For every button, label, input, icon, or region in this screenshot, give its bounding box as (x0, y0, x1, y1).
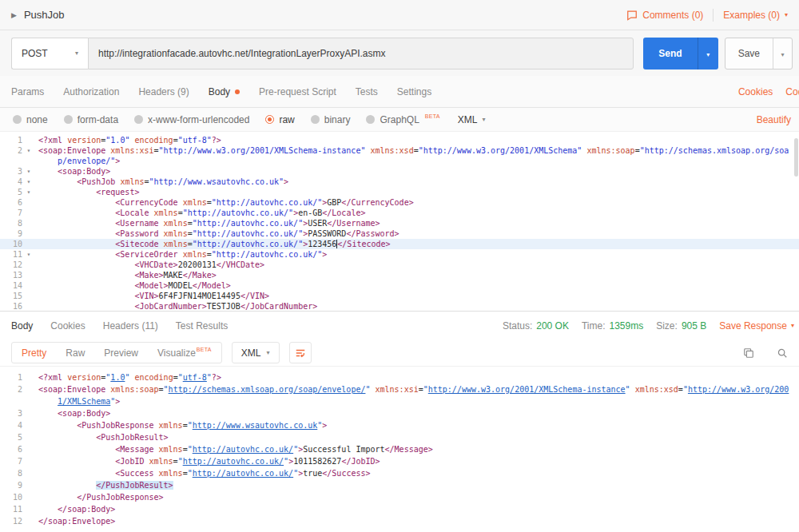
body-type-binary[interactable]: binary (311, 114, 351, 125)
size-badge: Size: 905 B (656, 320, 706, 332)
comments-button[interactable]: Comments (0) (626, 10, 703, 21)
view-tab-preview[interactable]: Preview (94, 343, 148, 363)
code-line-9[interactable]: 9 <Password xmlns="http://autovhc.co.uk/… (0, 228, 799, 239)
send-button[interactable]: Send (643, 38, 697, 69)
body-type-raw[interactable]: raw (265, 114, 294, 125)
code-line-11[interactable]: 11▾ <ServiceOrder xmlns="http://autovhc.… (0, 249, 799, 260)
gutter: 4▾ (0, 177, 35, 187)
radio-label: binary (324, 114, 351, 125)
code-line-11[interactable]: 11 </soap:Body> (0, 503, 799, 515)
scrollbar-thumb[interactable] (794, 138, 798, 177)
fold-toggle-icon[interactable]: ▾ (22, 145, 35, 166)
save-options-button[interactable]: ▾ (773, 38, 792, 69)
code-line-content: <soap:Envelope xmlns:soap="http://schema… (35, 383, 799, 407)
request-tabs-right: CookiesCode (738, 86, 799, 97)
code-line-10[interactable]: 10 <Sitecode xmlns="http://autovhc.co.uk… (0, 239, 799, 249)
method-select[interactable]: POST ▾ (11, 38, 88, 69)
body-type-form-data[interactable]: form-data (64, 114, 118, 125)
code-line-3[interactable]: 3 <soap:Body> (0, 407, 799, 419)
code-link[interactable]: Code (785, 86, 799, 97)
code-line-12[interactable]: 12</soap:Envelope> (0, 515, 799, 527)
tab-headers-9[interactable]: Headers (9) (138, 86, 189, 97)
tab-label: Body (209, 86, 230, 97)
body-type-none[interactable]: none (13, 114, 48, 125)
search-button[interactable] (777, 347, 788, 359)
radio-icon (265, 115, 274, 124)
code-line-7[interactable]: 7 <JobID xmlns="http://autovhc.co.uk/">1… (0, 455, 799, 467)
code-line-7[interactable]: 7 <Locale xmlns="http://autovhc.co.uk/">… (0, 208, 799, 218)
fold-toggle-icon (22, 218, 35, 228)
code-line-4[interactable]: 4▾ <PushJob xmlns="http://www.wsautovhc.… (0, 177, 799, 187)
gutter: 8 (0, 218, 35, 228)
copy-button[interactable] (743, 347, 754, 359)
wrap-lines-button[interactable] (289, 342, 312, 363)
code-line-4[interactable]: 4 <PushJobResponse xmlns="http://www.wsa… (0, 419, 799, 431)
body-language-select[interactable]: XML ▾ (458, 114, 486, 125)
code-line-15[interactable]: 15 <VIN>6F4FJFN14MOE14495</VIN> (0, 291, 799, 301)
code-line-2[interactable]: 2▾<soap:Envelope xmlns:xsi="http://www.w… (0, 145, 799, 166)
code-line-9[interactable]: 9 </PushJobResult> (0, 479, 799, 491)
code-line-5[interactable]: 5 <PushJobResult> (0, 431, 799, 443)
url-input[interactable] (88, 38, 634, 69)
body-type-row: noneform-datax-www-form-urlencodedrawbin… (0, 108, 799, 132)
gutter: 2 (0, 383, 35, 407)
code-line-16[interactable]: 16 <JobCardNumber>TESTJOB</JobCardNumber… (0, 301, 799, 311)
tab-label: Authorization (63, 86, 119, 97)
response-tab-headers-11[interactable]: Headers (11) (103, 320, 158, 332)
response-code-editor[interactable]: 1<?xml version="1.0" encoding="utf-8"?>2… (0, 367, 799, 532)
gutter: 5▾ (0, 187, 35, 197)
line-number: 15 (0, 291, 22, 301)
chevron-down-icon: ▾ (482, 117, 485, 123)
tab-authorization[interactable]: Authorization (63, 86, 119, 97)
code-line-10[interactable]: 10 </PushJobResponse> (0, 491, 799, 503)
save-response-button[interactable]: Save Response ▾ (719, 320, 794, 332)
send-options-button[interactable]: ▾ (698, 38, 718, 69)
gutter: 4 (0, 419, 35, 431)
body-type-graphql[interactable]: GraphQLBETA (366, 114, 439, 125)
fold-toggle-icon[interactable]: ▾ (22, 177, 35, 187)
request-code-editor[interactable]: 1<?xml version="1.0" encoding="utf-8"?>2… (0, 132, 799, 311)
response-tab-body[interactable]: Body (11, 320, 33, 332)
view-tab-visualize[interactable]: VisualizeBETA (148, 343, 221, 363)
view-tab-pretty[interactable]: Pretty (12, 343, 56, 363)
tab-settings[interactable]: Settings (397, 86, 431, 97)
tab-pre-request-script[interactable]: Pre-request Script (259, 86, 336, 97)
fold-toggle-icon (22, 280, 35, 291)
fold-toggle-icon[interactable]: ▾ (22, 249, 35, 260)
code-line-3[interactable]: 3▾ <soap:Body> (0, 166, 799, 177)
code-line-12[interactable]: 12 <VHCDate>20200131</VHCDate> (0, 260, 799, 270)
save-button[interactable]: Save (725, 38, 773, 69)
response-language-select[interactable]: XML ▾ (232, 342, 280, 363)
cookies-link[interactable]: Cookies (738, 86, 773, 97)
code-line-13[interactable]: 13 <Make>MAKE</Make> (0, 270, 799, 280)
code-line-5[interactable]: 5▾ <request> (0, 187, 799, 197)
code-line-8[interactable]: 8 <Success xmlns="http://autovhc.co.uk/"… (0, 467, 799, 479)
fold-toggle-icon[interactable]: ▾ (22, 187, 35, 197)
gutter: 6 (0, 197, 35, 208)
code-line-14[interactable]: 14 <Model>MODEL</Model> (0, 280, 799, 291)
radio-label: GraphQL (380, 114, 419, 125)
view-tab-raw[interactable]: Raw (56, 343, 94, 363)
response-tab-test-results[interactable]: Test Results (176, 320, 228, 332)
code-line-8[interactable]: 8 <Username xmlns="http://autovhc.co.uk/… (0, 218, 799, 228)
gutter: 7 (0, 208, 35, 218)
tab-params[interactable]: Params (11, 86, 44, 97)
fold-toggle-icon (22, 239, 35, 249)
status-badge: Status: 200 OK (503, 320, 569, 332)
tab-tests[interactable]: Tests (356, 86, 378, 97)
code-line-content: <JobCardNumber>TESTJOB</JobCardNumber> (35, 301, 799, 311)
code-line-2[interactable]: 2<soap:Envelope xmlns:soap="http://schem… (0, 383, 799, 407)
code-line-6[interactable]: 6 <Message xmlns="http://autovhc.co.uk/"… (0, 443, 799, 455)
modified-dot-icon (235, 89, 240, 94)
fold-toggle-icon[interactable]: ▾ (22, 166, 35, 177)
code-line-1[interactable]: 1<?xml version="1.0" encoding="utf-8"?> (0, 371, 799, 383)
examples-label: Examples (0) (723, 10, 780, 21)
response-tab-cookies[interactable]: Cookies (50, 320, 85, 332)
beautify-button[interactable]: Beautify (757, 114, 791, 125)
code-line-1[interactable]: 1<?xml version="1.0" encoding="utf-8"?> (0, 135, 799, 145)
examples-button[interactable]: Examples (0) ▾ (723, 10, 788, 21)
body-type-x-www-form-urlencoded[interactable]: x-www-form-urlencoded (134, 114, 249, 125)
code-line-content: </PushJobResponse> (35, 491, 799, 503)
tab-body[interactable]: Body (209, 86, 240, 97)
code-line-6[interactable]: 6 <CurrencyCode xmlns="http://autovhc.co… (0, 197, 799, 208)
